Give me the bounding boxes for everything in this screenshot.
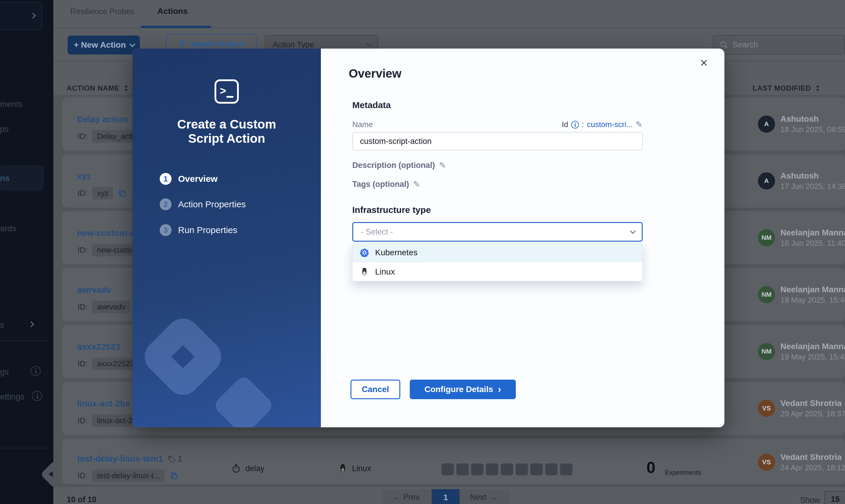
create-action-modal: > Create a Custom Script Action 1 Overvi…: [133, 49, 724, 427]
sidebar-item-settings[interactable]: ettings: [0, 392, 24, 401]
author-name: Ashutosh: [780, 171, 845, 181]
step-overview[interactable]: 1 Overview: [160, 173, 217, 185]
page-size-label: Show: [800, 496, 820, 504]
id-label: ID:: [77, 359, 87, 368]
arrow-right-icon: →: [490, 493, 497, 502]
infrastructure-dropdown: Kubernetes Linux: [352, 243, 642, 281]
configure-details-button[interactable]: Configure Details ›: [410, 380, 516, 399]
search-icon: [719, 40, 728, 49]
table-row[interactable]: test-delay-linux-tem1 1 ID:test-delay-li…: [62, 438, 845, 484]
row-count: 10 of 10: [67, 495, 96, 504]
step-number: 2: [160, 198, 172, 210]
import-action-label: Import Action: [191, 39, 245, 49]
new-action-label: + New Action: [74, 40, 126, 50]
option-kubernetes[interactable]: Kubernetes: [353, 243, 642, 262]
app-root: Resilience Probes Actions + New Action I…: [0, 0, 845, 504]
experiments-label: Experiments: [665, 469, 701, 476]
action-name-link[interactable]: awrvadv: [77, 285, 111, 295]
tags-row: Tags (optional) ✎: [352, 179, 420, 189]
column-header-action-name[interactable]: ACTION NAME: [67, 84, 129, 92]
sidebar-divider: [0, 341, 48, 341]
description-row: Description (optional) ✎: [352, 161, 446, 170]
info-icon: [31, 366, 40, 376]
infrastructure-type-select[interactable]: - Select -: [352, 222, 642, 241]
cancel-button[interactable]: Cancel: [351, 380, 400, 399]
author-name: Vedant Shrotria: [780, 399, 845, 408]
kubernetes-icon: [360, 248, 369, 257]
last-modified-cell: VS Vedant Shrotria 29 Apr 2025, 18:37: [758, 396, 845, 420]
linux-penguin-icon: [360, 267, 369, 276]
edit-tags-pencil-icon[interactable]: ✎: [413, 179, 420, 189]
edit-id-pencil-icon[interactable]: ✎: [636, 120, 642, 129]
step-label: Overview: [178, 174, 217, 184]
skeleton-placeholders: [441, 464, 573, 475]
copy-icon[interactable]: [118, 189, 127, 198]
tab-actions[interactable]: Actions: [157, 6, 188, 16]
tab-resilience-probes[interactable]: Resilience Probes: [70, 7, 135, 16]
description-label: Description (optional): [352, 161, 435, 170]
step-action-properties[interactable]: 2 Action Properties: [160, 198, 246, 210]
option-linux[interactable]: Linux: [353, 262, 642, 281]
linux-penguin-icon: [338, 464, 348, 473]
author-name: Neelanjan Manna: [780, 342, 845, 351]
info-icon[interactable]: [571, 121, 579, 128]
action-name-link[interactable]: test-delay-linux-tem1 1: [77, 454, 182, 464]
new-action-button[interactable]: + New Action: [68, 36, 140, 54]
column-header-last-modified[interactable]: LAST MODIFIED: [753, 84, 821, 92]
current-page-button[interactable]: 1: [432, 489, 460, 504]
id-value-link[interactable]: custom-scri...: [587, 120, 633, 129]
step-run-properties[interactable]: 3 Run Properties: [160, 224, 237, 236]
avatar: VS: [758, 454, 775, 471]
modified-date: 29 Apr 2025, 18:37: [780, 409, 845, 418]
sidebar-item-hubs[interactable]: ps: [0, 124, 9, 134]
last-modified-cell: A Ashutosh 18 Jun 2025, 08:59: [758, 112, 845, 136]
action-name-link[interactable]: linux-act-2bx: [77, 399, 130, 409]
prev-page-button[interactable]: ← Prev: [392, 493, 420, 502]
edit-description-pencil-icon[interactable]: ✎: [439, 161, 446, 170]
action-name-link[interactable]: xyz: [77, 172, 91, 181]
action-name-link[interactable]: Delay action: [77, 114, 128, 124]
avatar: NM: [758, 343, 775, 360]
modified-date: 24 Apr 2025, 18:12: [780, 463, 845, 472]
infrastructure-cell: Linux: [338, 464, 371, 473]
id-pill: test-delay-linux-t...: [92, 469, 164, 482]
logo-watermark: [212, 374, 275, 427]
author-name: Neelanjan Manna: [780, 285, 845, 294]
id-pill: awrvadv: [92, 301, 130, 313]
author-name: Neelanjan Manna: [780, 228, 845, 237]
step-label: Run Properties: [178, 225, 237, 235]
avatar: NM: [758, 286, 775, 303]
id-label: ID:: [77, 188, 87, 198]
option-label: Kubernetes: [375, 248, 418, 257]
avatar: A: [758, 115, 775, 133]
modified-date: 16 Jun 2025, 11:40: [780, 239, 845, 248]
sidebar-item-actions-label[interactable]: ns: [0, 174, 10, 183]
author-name: Vedant Shrotria: [780, 452, 845, 462]
sidebar-item-experiments[interactable]: ments: [0, 100, 22, 109]
chevron-down-icon: [630, 228, 636, 234]
sidebar-item-dashboards[interactable]: ards: [0, 224, 16, 233]
action-name-link[interactable]: new-custom-a: [77, 228, 135, 238]
close-icon[interactable]: ×: [700, 56, 708, 69]
arrow-left-icon: ←: [392, 493, 400, 502]
action-name-input[interactable]: [352, 132, 642, 150]
sort-icon[interactable]: [815, 85, 821, 92]
copy-icon[interactable]: [170, 471, 178, 480]
tab-divider: [53, 28, 845, 29]
sidebar-item-expandable[interactable]: s: [0, 320, 4, 330]
sort-icon[interactable]: [124, 85, 129, 92]
id-label: ID:: [77, 132, 87, 141]
page-size-select[interactable]: 15: [824, 491, 845, 504]
infrastructure-value: Linux: [352, 464, 371, 473]
step-number: 3: [160, 224, 172, 236]
project-selector[interactable]: [0, 2, 42, 30]
logo-watermark: [138, 311, 228, 401]
avatar: VS: [758, 400, 775, 417]
modified-date: 18 Jun 2025, 08:59: [780, 125, 845, 134]
action-name-link[interactable]: axxx22523: [77, 342, 120, 352]
next-page-button[interactable]: Next →: [470, 493, 497, 502]
tags-label: Tags (optional): [352, 180, 409, 189]
sidebar-item-flags[interactable]: gs: [0, 367, 9, 377]
id-pill: axxx22523: [92, 357, 139, 370]
search-input[interactable]: [733, 40, 827, 50]
